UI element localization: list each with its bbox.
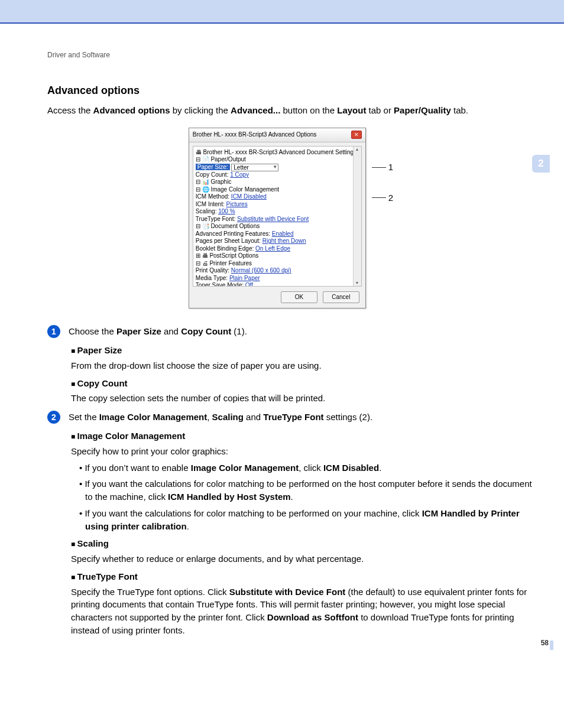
tree-item-truetype-font[interactable]: TrueType Font: Substitute with Device Fo…: [196, 216, 360, 223]
tree-item-print-quality[interactable]: Print Quality: Normal (600 x 600 dpi): [196, 267, 360, 275]
copy-count-heading: Copy Count: [71, 377, 534, 390]
scaling-desc: Specify whether to reduce or enlarge doc…: [71, 552, 534, 566]
breadcrumb: Driver and Software: [47, 50, 534, 60]
copy-count-desc: The copy selection sets the number of co…: [71, 392, 534, 405]
paper-size-dropdown[interactable]: Letter: [231, 164, 278, 171]
page-number-accent: [550, 641, 553, 650]
callout-1: 1: [388, 161, 393, 174]
tree-item-icm-intent[interactable]: ICM Intent: Pictures: [196, 201, 360, 209]
icm-heading: Image Color Management: [71, 430, 534, 443]
truetype-desc: Specify the TrueType font options. Click…: [71, 586, 534, 637]
close-icon[interactable]: ✕: [351, 131, 362, 139]
truetype-heading: TrueType Font: [71, 570, 534, 583]
tree-item-paper-size[interactable]: Paper Size: Letter: [196, 164, 360, 171]
icm-bullet-2: If you want the calculations for color m…: [79, 477, 534, 503]
step-2-badge: 2: [47, 411, 60, 424]
settings-tree[interactable]: 🖶 Brother HL- xxxx BR-Script3 Advanced D…: [193, 146, 362, 287]
top-banner: [0, 0, 564, 24]
paper-size-heading: Paper Size: [71, 344, 534, 357]
tree-root: 🖶 Brother HL- xxxx BR-Script3 Advanced D…: [196, 149, 360, 157]
icm-desc: Specify how to print your color graphics…: [71, 445, 534, 458]
tree-node-graphic[interactable]: ⊟ 📊 Graphic: [196, 178, 360, 186]
icm-bullet-3: If you want the calculations for color m…: [79, 507, 534, 533]
figure-callouts: 1 2: [372, 128, 393, 308]
ok-button[interactable]: OK: [281, 291, 317, 304]
step-2-text: Set the Image Color Management, Scaling …: [69, 411, 534, 424]
tree-node-icm[interactable]: ⊟ 🌐 Image Color Management: [196, 186, 360, 194]
dialog-title: Brother HL- xxxx BR-Script3 Advanced Opt…: [193, 131, 317, 139]
callout-2: 2: [388, 191, 393, 204]
icm-bullet-1: If you don’t want to enable Image Color …: [79, 462, 534, 474]
page-title: Advanced options: [47, 83, 534, 98]
step-1-badge: 1: [47, 325, 60, 338]
scaling-heading: Scaling: [71, 537, 534, 550]
step-1-text: Choose the Paper Size and Copy Count (1)…: [69, 325, 534, 338]
paper-size-desc: From the drop-down list choose the size …: [71, 359, 534, 372]
tree-item-toner-save[interactable]: Toner Save Mode: Off: [196, 282, 360, 287]
tree-node-printer-features[interactable]: ⊟ 🖨 Printer Features: [196, 260, 360, 268]
page-number: 58: [541, 638, 549, 648]
tree-item-bbe[interactable]: Booklet Binding Edge: On Left Edge: [196, 245, 360, 253]
intro-paragraph: Access the Advanced options by clicking …: [47, 104, 534, 117]
tree-item-pps[interactable]: Pages per Sheet Layout: Right then Down: [196, 238, 360, 245]
tree-item-media-type[interactable]: Media Type: Plain Paper: [196, 275, 360, 282]
tree-node-postscript[interactable]: ⊞ 🖶 PostScript Options: [196, 252, 360, 260]
tree-node-document-options[interactable]: ⊟ 📑 Document Options: [196, 223, 360, 230]
tree-item-scaling[interactable]: Scaling: 100 %: [196, 208, 360, 216]
tree-node-paper-output[interactable]: ⊟ 📄 Paper/Output: [196, 156, 360, 164]
chapter-tab: 2: [532, 155, 550, 173]
tree-item-icm-method[interactable]: ICM Method: ICM Disabled: [196, 193, 360, 201]
cancel-button[interactable]: Cancel: [323, 291, 359, 304]
scrollbar[interactable]: [353, 147, 361, 286]
tree-item-apf[interactable]: Advanced Printing Features: Enabled: [196, 230, 360, 238]
advanced-options-dialog: Brother HL- xxxx BR-Script3 Advanced Opt…: [189, 128, 366, 308]
tree-item-copy-count[interactable]: Copy Count: 1 Copy: [196, 171, 360, 179]
